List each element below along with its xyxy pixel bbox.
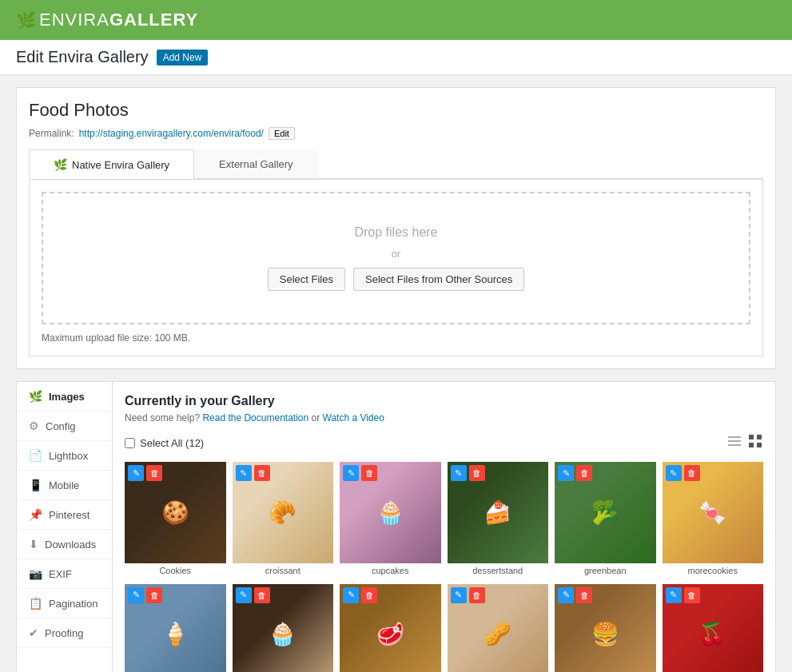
sidebar-item-pinterest[interactable]: 📌 Pinterest — [17, 500, 112, 530]
image-actions-steak: ✎🗑 — [343, 587, 377, 603]
sidebar-item-mobile[interactable]: 📱 Mobile — [17, 471, 112, 500]
edit-image-croissant-button[interactable]: ✎ — [236, 465, 252, 481]
drop-text: Drop files here — [354, 225, 437, 240]
edit-image-icecream-button[interactable]: ✎ — [128, 587, 144, 603]
select-files-other-button[interactable]: Select Files from Other Sources — [353, 268, 524, 291]
sidebar-item-pagination[interactable]: 📋 Pagination — [17, 589, 112, 618]
image-caption-cookies: Cookies — [125, 563, 226, 578]
tab-native-label: Native Envira Gallery — [72, 159, 169, 171]
drop-zone[interactable]: Drop files here or Select Files Select F… — [42, 192, 750, 324]
svg-rect-4 — [757, 435, 762, 439]
edit-image-dessertstand-button[interactable]: ✎ — [451, 465, 467, 481]
doc-link[interactable]: Read the Documentation — [202, 412, 308, 423]
image-item-almond: ✎🗑🥜almond — [448, 584, 549, 673]
edit-image-cupcakes-button[interactable]: ✎ — [343, 465, 359, 481]
view-toggle — [726, 433, 763, 452]
sidebar-label-lightbox: Lightbox — [49, 450, 88, 462]
sidebar-label-config: Config — [46, 420, 76, 432]
mobile-icon: 📱 — [29, 479, 42, 491]
delete-image-croissant-button[interactable]: 🗑 — [254, 465, 270, 481]
drop-zone-wrapper: Drop files here or Select Files Select F… — [29, 179, 763, 356]
image-actions-cookies: ✎🗑 — [128, 465, 162, 481]
image-actions-morecupcakes: ✎🗑 — [236, 587, 270, 603]
delete-image-burgers-button[interactable]: 🗑 — [576, 587, 592, 603]
logo-leaf-icon: 🌿 — [16, 10, 36, 30]
pinterest-icon: 📌 — [29, 508, 42, 521]
delete-image-dessertstand-button[interactable]: 🗑 — [469, 465, 485, 481]
edit-image-steak-button[interactable]: ✎ — [343, 587, 359, 603]
select-files-button[interactable]: Select Files — [268, 268, 345, 291]
image-caption-dessertstand: dessertstand — [448, 563, 549, 578]
sidebar-item-config[interactable]: ⚙ Config — [17, 412, 112, 441]
tab-native[interactable]: 🌿 Native Envira Gallery — [29, 149, 194, 179]
edit-image-cookies-button[interactable]: ✎ — [128, 465, 144, 481]
image-item-icecream: ✎🗑🍦icecream — [125, 584, 226, 673]
site-logo: 🌿 ENVIRAGALLERY — [16, 10, 198, 30]
sidebar-item-exif[interactable]: 📷 EXIF — [17, 559, 112, 589]
delete-image-morecookies-button[interactable]: 🗑 — [684, 465, 700, 481]
edit-image-morecupcakes-button[interactable]: ✎ — [236, 587, 252, 603]
permalink-label: Permalink: — [29, 128, 74, 139]
sidebar-item-images[interactable]: 🌿 Images — [17, 382, 112, 412]
delete-image-morecupcakes-button[interactable]: 🗑 — [254, 587, 270, 603]
delete-image-almond-button[interactable]: 🗑 — [469, 587, 485, 603]
add-new-button[interactable]: Add New — [157, 50, 209, 66]
image-item-dessertstand: ✎🗑🍰dessertstand — [448, 462, 549, 578]
image-item-greenbean: ✎🗑🥦greenbean — [555, 462, 656, 578]
image-caption-greenbean: greenbean — [555, 563, 656, 578]
permalink-link[interactable]: http://staging.enviragallery.com/envira/… — [79, 128, 264, 139]
grid-view-button[interactable] — [747, 433, 763, 452]
edit-image-almond-button[interactable]: ✎ — [451, 587, 467, 603]
image-actions-icecream: ✎🗑 — [128, 587, 162, 603]
pagination-icon: 📋 — [29, 597, 42, 610]
delete-image-cookies-button[interactable]: 🗑 — [146, 465, 162, 481]
sidebar-item-proofing[interactable]: ✔ Proofing — [17, 618, 112, 648]
sidebar-item-downloads[interactable]: ⬇ Downloads — [17, 530, 112, 559]
delete-image-cupcakes-button[interactable]: 🗑 — [361, 465, 377, 481]
image-item-cherries: ✎🗑🍒cherries — [663, 584, 764, 673]
svg-rect-2 — [728, 444, 741, 446]
grid-view-icon — [749, 435, 762, 447]
svg-rect-0 — [728, 436, 741, 438]
edit-image-cherries-button[interactable]: ✎ — [666, 587, 682, 603]
edit-image-burgers-button[interactable]: ✎ — [558, 587, 574, 603]
sidebar-label-images: Images — [49, 391, 85, 403]
image-actions-croissant: ✎🗑 — [236, 465, 270, 481]
config-icon: ⚙ — [29, 420, 39, 432]
tab-external[interactable]: External Gallery — [194, 149, 317, 178]
image-actions-cupcakes: ✎🗑 — [343, 465, 377, 481]
edit-image-greenbean-button[interactable]: ✎ — [558, 465, 574, 481]
video-link[interactable]: Watch a Video — [323, 412, 384, 423]
image-caption-croissant: croissant — [233, 563, 334, 578]
permalink-row: Permalink: http://staging.enviragallery.… — [29, 127, 763, 140]
image-item-morecookies: ✎🗑🍬morecookies — [663, 462, 764, 578]
image-item-morecupcakes: ✎🗑🧁morecupcakes — [233, 584, 334, 673]
sidebar-label-proofing: Proofing — [45, 627, 83, 639]
image-grid: ✎🗑🍪Cookies✎🗑🥐croissant✎🗑🧁cupcakes✎🗑🍰dess… — [125, 462, 763, 672]
edit-permalink-button[interactable]: Edit — [269, 127, 295, 140]
image-actions-greenbean: ✎🗑 — [558, 465, 592, 481]
delete-image-icecream-button[interactable]: 🗑 — [146, 587, 162, 603]
select-all-checkbox[interactable] — [125, 438, 135, 448]
sidebar-label-downloads: Downloads — [45, 539, 96, 551]
lower-panel: 🌿 Images ⚙ Config 📄 Lightbox 📱 Mobile 📌 … — [16, 381, 776, 672]
delete-image-cherries-button[interactable]: 🗑 — [684, 587, 700, 603]
image-actions-burgers: ✎🗑 — [558, 587, 592, 603]
sidebar-label-pinterest: Pinterest — [49, 509, 90, 521]
sidebar-label-mobile: Mobile — [49, 479, 79, 491]
upload-limit-text: Maximum upload file size: 100 MB. — [42, 332, 750, 344]
delete-image-greenbean-button[interactable]: 🗑 — [576, 465, 592, 481]
delete-image-steak-button[interactable]: 🗑 — [361, 587, 377, 603]
image-actions-almond: ✎🗑 — [451, 587, 485, 603]
downloads-icon: ⬇ — [29, 538, 38, 551]
select-all-left: Select All (12) — [125, 437, 204, 449]
list-view-button[interactable] — [726, 433, 742, 452]
svg-rect-1 — [728, 440, 741, 442]
select-all-label: Select All (12) — [140, 437, 204, 449]
edit-image-morecookies-button[interactable]: ✎ — [666, 465, 682, 481]
tab-external-label: External Gallery — [219, 158, 293, 170]
sidebar-item-lightbox[interactable]: 📄 Lightbox — [17, 441, 112, 471]
image-item-steak: ✎🗑🥩steak — [340, 584, 441, 673]
list-view-icon — [728, 435, 741, 447]
image-caption-cupcakes: cupcakes — [340, 563, 441, 578]
